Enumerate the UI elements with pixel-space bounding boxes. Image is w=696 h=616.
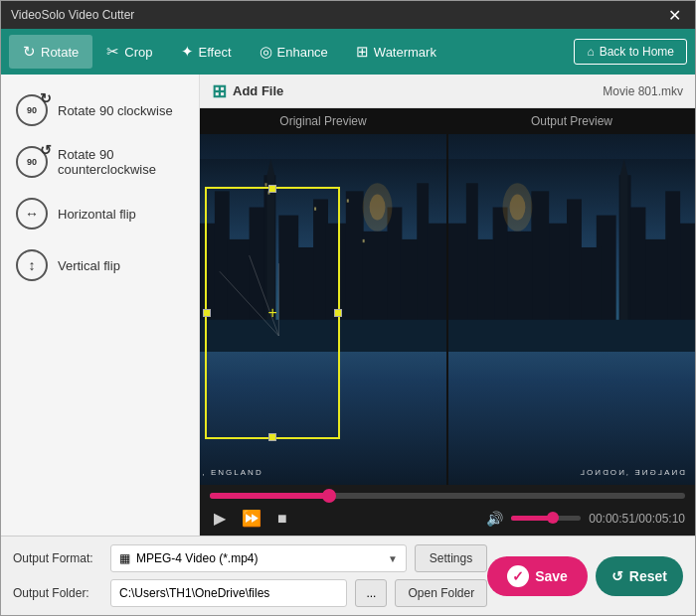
- enhance-tab-label: Enhance: [277, 45, 328, 60]
- tab-effect[interactable]: ✦ Effect: [167, 35, 246, 69]
- crop-handle-top[interactable]: [268, 185, 276, 193]
- folder-path-display: C:\Users\TH1\OneDrive\files: [110, 579, 347, 607]
- save-icon: ✓: [507, 565, 529, 587]
- h-flip-icon: ↔: [16, 198, 48, 230]
- preview-area: Original Preview: [200, 108, 695, 485]
- rotate-ccw-icon: 90 ↺: [16, 146, 48, 178]
- svg-rect-21: [264, 183, 266, 186]
- original-video-content: + LONDON, ENGLAND: [200, 134, 446, 485]
- volume-bar[interactable]: [511, 516, 581, 521]
- back-home-icon: ⌂: [587, 45, 594, 59]
- tab-enhance[interactable]: ◎ Enhance: [246, 35, 342, 69]
- tab-watermark[interactable]: ⊞ Watermark: [342, 35, 450, 69]
- format-row: Output Format: ▦ MPEG-4 Video (*.mp4) ▼ …: [13, 544, 487, 572]
- crop-handle-bottom[interactable]: [268, 433, 276, 441]
- output-city-text: DNALGNΕ ,NODNOL: [579, 468, 685, 477]
- svg-rect-45: [448, 320, 695, 352]
- add-file-button[interactable]: ⊞ Add File: [212, 80, 283, 102]
- effect-tab-label: Effect: [199, 45, 232, 60]
- open-folder-button[interactable]: Open Folder: [395, 579, 487, 607]
- output-city-skyline-svg: [448, 159, 695, 352]
- rotate-cw-label: Rotate 90 clockwise: [58, 103, 173, 118]
- original-preview-label: Original Preview: [200, 108, 446, 134]
- save-label: Save: [535, 568, 568, 584]
- rotate-cw-option[interactable]: 90 ↻ Rotate 90 clockwise: [1, 84, 199, 136]
- tab-crop[interactable]: ✂ Crop: [92, 35, 166, 69]
- svg-marker-34: [620, 159, 628, 336]
- svg-point-27: [370, 194, 386, 220]
- folder-row: Output Folder: C:\Users\TH1\OneDrive\fil…: [13, 579, 487, 607]
- original-preview-pane: Original Preview: [200, 108, 446, 485]
- v-flip-icon: ↕: [16, 249, 48, 281]
- back-home-button[interactable]: ⌂ Back to Home: [574, 39, 687, 65]
- rotate-ccw-label: Rotate 90 counterclockwise: [58, 147, 184, 177]
- rotate-ccw-option[interactable]: 90 ↺ Rotate 90 counterclockwise: [1, 136, 199, 188]
- add-file-bar: ⊞ Add File Movie 801.mkv: [200, 75, 695, 108]
- folder-label: Output Folder:: [13, 586, 102, 600]
- format-select[interactable]: ▦ MPEG-4 Video (*.mp4) ▼: [110, 544, 407, 572]
- reset-label: Reset: [629, 568, 667, 584]
- save-button[interactable]: ✓ Save: [487, 556, 588, 596]
- format-icon: ▦: [119, 551, 130, 565]
- step-forward-button[interactable]: ⏩: [238, 507, 265, 530]
- crop-crosshair: +: [267, 304, 276, 322]
- reset-icon: ↺: [611, 568, 623, 584]
- left-panel: 90 ↻ Rotate 90 clockwise 90 ↺ Rotate 90 …: [1, 75, 200, 536]
- settings-button[interactable]: Settings: [415, 544, 487, 572]
- tab-rotate[interactable]: ↻ Rotate: [9, 35, 92, 69]
- browse-button[interactable]: ...: [355, 579, 387, 607]
- play-icon: ▶: [214, 509, 226, 528]
- progress-thumb[interactable]: [322, 489, 336, 503]
- crop-tab-icon: ✂: [106, 43, 119, 61]
- svg-rect-25: [363, 239, 365, 242]
- close-button[interactable]: ✕: [664, 6, 685, 25]
- time-display: 00:00:51/00:05:10: [589, 512, 685, 526]
- crop-handle-left[interactable]: [203, 309, 211, 317]
- rotate-tab-label: Rotate: [41, 45, 79, 60]
- title-bar: VideoSolo Video Cutter ✕: [1, 1, 695, 29]
- play-button[interactable]: ▶: [210, 507, 230, 530]
- h-flip-label: Horizontal flip: [58, 207, 136, 222]
- format-chevron-icon: ▼: [388, 553, 398, 564]
- crop-box: +: [205, 187, 340, 439]
- main-window: VideoSolo Video Cutter ✕ ↻ Rotate ✂ Crop…: [0, 0, 696, 616]
- toolbar: ↻ Rotate ✂ Crop ✦ Effect ◎ Enhance ⊞ Wat…: [1, 29, 695, 75]
- progress-fill: [210, 493, 329, 499]
- enhance-tab-icon: ◎: [260, 43, 272, 61]
- progress-bar[interactable]: [210, 493, 685, 499]
- main-area: 90 ↻ Rotate 90 clockwise 90 ↺ Rotate 90 …: [1, 75, 695, 536]
- output-video-content: DNALGNΕ ,NODNOL: [448, 134, 695, 485]
- action-buttons: ✓ Save ↺ Reset: [487, 544, 683, 607]
- effect-tab-icon: ✦: [181, 43, 194, 61]
- output-preview-pane: Output Preview: [448, 108, 695, 485]
- watermark-tab-label: Watermark: [374, 45, 436, 60]
- crop-handle-right[interactable]: [334, 309, 342, 317]
- svg-rect-24: [347, 199, 349, 202]
- format-value: MPEG-4 Video (*.mp4): [136, 551, 259, 565]
- volume-thumb[interactable]: [547, 512, 559, 524]
- timeline-area: ▶ ⏩ ■ 🔊 00:00:51/00:05:10: [200, 485, 695, 536]
- stop-icon: ■: [277, 510, 287, 528]
- format-label: Output Format:: [13, 551, 102, 565]
- volume-icon: 🔊: [486, 511, 503, 527]
- rotate-tab-icon: ↻: [23, 43, 36, 61]
- v-flip-label: Vertical flip: [58, 258, 120, 273]
- bottom-bar: Output Format: ▦ MPEG-4 Video (*.mp4) ▼ …: [1, 536, 695, 615]
- app-title: VideoSolo Video Cutter: [11, 8, 134, 22]
- v-flip-option[interactable]: ↕ Vertical flip: [1, 239, 199, 291]
- h-flip-option[interactable]: ↔ Horizontal flip: [1, 188, 199, 239]
- crop-tab-label: Crop: [124, 45, 152, 60]
- stop-button[interactable]: ■: [273, 508, 291, 530]
- rotate-cw-icon: 90 ↻: [16, 94, 48, 126]
- add-file-label: Add File: [233, 83, 283, 98]
- controls-row: ▶ ⏩ ■ 🔊 00:00:51/00:05:10: [210, 507, 685, 530]
- reset-button[interactable]: ↺ Reset: [596, 556, 683, 596]
- add-file-icon: ⊞: [212, 80, 227, 102]
- svg-point-47: [510, 194, 526, 220]
- right-panel: ⊞ Add File Movie 801.mkv Original Previe…: [200, 75, 695, 536]
- output-preview-label: Output Preview: [448, 108, 695, 134]
- step-forward-icon: ⏩: [242, 509, 261, 528]
- bottom-rows: Output Format: ▦ MPEG-4 Video (*.mp4) ▼ …: [13, 544, 683, 607]
- watermark-tab-icon: ⊞: [356, 43, 369, 61]
- output-city-bg: DNALGNΕ ,NODNOL: [448, 134, 695, 485]
